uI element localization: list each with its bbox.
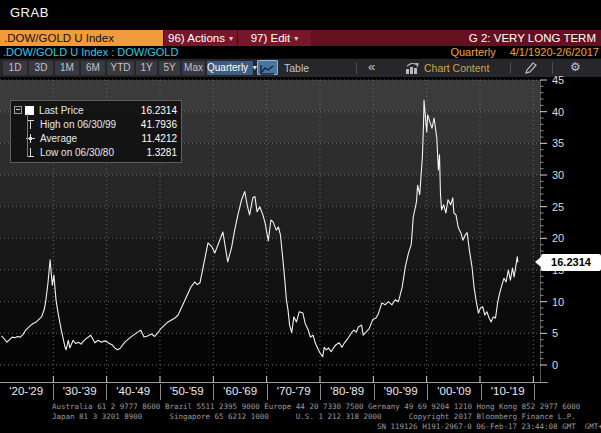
y-axis-tick-label: 45: [552, 76, 564, 86]
grab-label: GRAB: [10, 5, 49, 20]
edit-menu-label: 97) Edit: [251, 32, 291, 44]
periodicity-readout: Quarterly: [450, 46, 495, 58]
legend-value: 11.4212: [142, 133, 177, 144]
legend-label: Last Price: [39, 105, 83, 116]
range-button-max[interactable]: Max: [182, 61, 205, 75]
chart-template-name: G 2: VERY LONG TERM: [469, 30, 596, 46]
x-axis-labels: '20-'29 '30-'39 '40-'49 '50-'59 '60-'69 …: [0, 384, 535, 400]
line-chart-mode-button[interactable]: [257, 60, 278, 75]
y-axis-tick-label: 35: [552, 137, 564, 149]
legend-label: High on 06/30/99: [40, 119, 116, 130]
actions-menu-label: 96) Actions: [168, 32, 225, 44]
range-readout: Quarterly4/1/1920-2/6/2017: [450, 46, 599, 58]
x-axis-label: '50-'59: [160, 384, 214, 400]
range-button-1m[interactable]: 1M: [55, 61, 79, 75]
last-price-axis-tag: 16.2314: [541, 254, 601, 271]
legend-label: Low on 06/30/80: [40, 147, 114, 158]
settings-gear-icon[interactable]: ⚙: [570, 60, 581, 74]
date-range-readout: 4/1/1920-2/6/2017: [510, 46, 599, 58]
chevron-down-icon: ▾: [229, 34, 233, 43]
actions-menu-button[interactable]: 96) Actions▾: [163, 30, 237, 46]
chevron-down-icon: ▾: [294, 34, 298, 43]
line-chart-icon: [260, 64, 275, 75]
y-axis: 051015202530354045: [540, 76, 564, 382]
x-axis-label: '00-'09: [427, 384, 481, 400]
x-axis: [0, 376, 548, 383]
periodicity-dropdown-value: Quarterly: [207, 62, 248, 73]
table-button[interactable]: Table: [284, 61, 309, 75]
range-button-5y[interactable]: 5Y: [159, 61, 180, 75]
range-button-6m[interactable]: 6M: [81, 61, 105, 75]
chart-toolbar: 1D 3D 1M 6M YTD 1Y 5Y Max Quarterly▼ Tab…: [0, 58, 601, 77]
legend-row-last-price: Last Price 16.2314: [14, 103, 177, 117]
x-axis-label: '20-'29: [0, 384, 53, 400]
x-axis-label: '10-'19: [481, 384, 535, 400]
y-axis-tick-label: 25: [552, 201, 564, 213]
series-title: .DOW/GOLD U Index : DOW/GOLD: [3, 46, 178, 58]
legend-value: 16.2314: [141, 105, 177, 116]
toolbar-separator: [356, 62, 357, 74]
collapse-toolbar-button[interactable]: «: [368, 60, 375, 74]
x-axis-label: '70-'79: [267, 384, 321, 400]
bloomberg-terminal-window: GRAB .DOW/GOLD U Index 96) Actions▾ 97) …: [0, 0, 601, 433]
legend-value: 1.3281: [146, 147, 177, 158]
chart-content-icon: [406, 63, 420, 74]
legend-tree-line: [27, 114, 28, 157]
annotate-pencil-icon[interactable]: [524, 62, 538, 74]
y-axis-tick-label: 20: [552, 232, 564, 244]
footer-phone-line: Australia 61 2 9777 8600 Brazil 5511 239…: [52, 402, 580, 412]
legend-row-low: Low on 06/30/80 1.3281: [14, 145, 177, 159]
y-axis-tick-label: 5: [552, 327, 558, 339]
y-axis-tick-label: 0: [552, 359, 558, 371]
legend-value: 41.7936: [141, 119, 177, 130]
x-axis-label: '60-'69: [213, 384, 267, 400]
toolbar-separator: [510, 62, 511, 74]
x-axis-label: '90-'99: [374, 384, 428, 400]
subtitle-bar: .DOW/GOLD U Index : DOW/GOLD Quarterly4/…: [0, 46, 601, 58]
x-axis-label: '40-'49: [106, 384, 160, 400]
y-axis-tick-label: 40: [552, 106, 564, 118]
chart-content-button[interactable]: Chart Content: [424, 61, 489, 75]
title-bar: .DOW/GOLD U Index 96) Actions▾ 97) Edit▾…: [0, 30, 601, 46]
chart-legend[interactable]: Last Price 16.2314 High on 06/30/99 41.7…: [10, 100, 182, 163]
security-field[interactable]: .DOW/GOLD U Index: [0, 30, 163, 46]
footer-session-line: SN 119126 H191-2967-0 06-Feb-17 23:44:08…: [377, 422, 601, 432]
range-button-3d[interactable]: 3D: [29, 61, 53, 75]
toolbar-separator: [552, 62, 553, 74]
y-axis-tick-label: 30: [552, 169, 564, 181]
legend-label: Average: [40, 133, 77, 144]
range-button-1y[interactable]: 1Y: [136, 61, 157, 75]
footer-copyright-line: Japan 81 3 3201 8900 Singapore 65 6212 1…: [52, 412, 576, 422]
legend-row-average: Average 11.4212: [14, 131, 177, 145]
periodicity-dropdown[interactable]: Quarterly▼: [207, 61, 253, 75]
x-axis-label: '80-'89: [320, 384, 374, 400]
edit-menu-button[interactable]: 97) Edit▾: [237, 30, 311, 46]
range-button-1d[interactable]: 1D: [3, 61, 27, 75]
range-button-ytd[interactable]: YTD: [107, 61, 134, 75]
y-axis-tick-label: 10: [552, 296, 564, 308]
legend-expander-icon[interactable]: [14, 106, 22, 114]
legend-row-high: High on 06/30/99 41.7936: [14, 117, 177, 131]
x-axis-label: '30-'39: [53, 384, 107, 400]
